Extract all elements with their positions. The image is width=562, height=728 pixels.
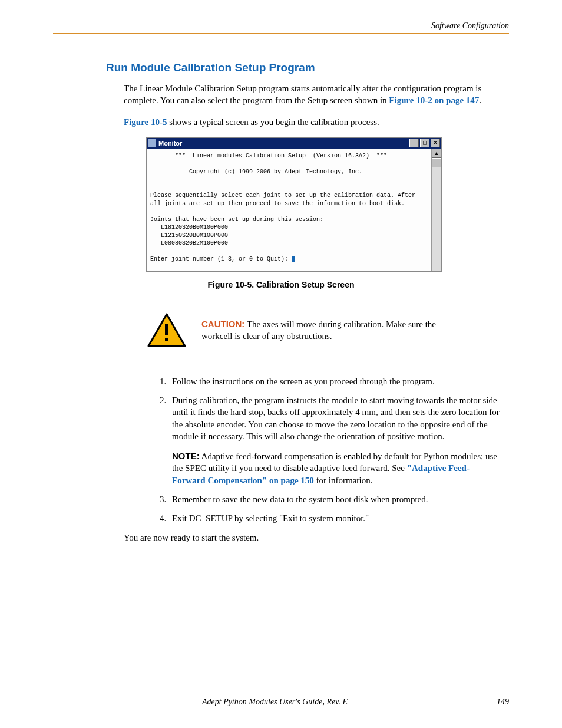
closing-text: You are now ready to start the system. [53,533,509,543]
window-title: Monitor [158,140,409,147]
scroll-up-button[interactable]: ▲ [432,149,441,158]
step-4: Exit DC_SETUP by selecting "Exit to syst… [168,512,500,524]
scrollbar[interactable]: ▲ [431,149,441,271]
figure-10-5: Monitor _ □ × *** Linear modules Calibra… [53,137,509,272]
note-block: NOTE: Adaptive feed-forward compensation… [172,450,500,486]
figure-10-2-link[interactable]: Figure 10-2 on page 147 [389,95,479,105]
svg-rect-2 [165,338,168,341]
note-text-b: for information. [314,476,373,485]
terminal-output: *** Linear modules Calibration Setup (Ve… [147,149,431,271]
step-3: Remember to save the new data to the sys… [168,493,500,505]
maximize-button[interactable]: □ [420,139,429,147]
close-button[interactable]: × [431,139,440,147]
note-label: NOTE: [172,451,200,461]
lead-text: shows a typical screen as you begin the … [167,117,379,127]
procedure-list: Follow the instructions on the screen as… [53,375,509,525]
running-head: Software Configuration [53,21,509,31]
caution-block: CAUTION: The axes will move during calib… [53,313,509,347]
term-line-instr1: Please sequentially select each joint to… [150,192,415,199]
step-1: Follow the instructions on the screen as… [168,375,500,387]
page-footer: Adept Python Modules User's Guide, Rev. … [53,697,509,707]
footer-doc-title: Adept Python Modules User's Guide, Rev. … [202,697,348,707]
terminal-cursor [292,256,295,262]
intro-text-b: . [479,95,481,105]
term-line-prompt: Enter joint number (1-3, or 0 to Quit): [150,256,292,262]
term-line-j2: L12150S20B0M100P000 [150,232,228,239]
term-line-joints: Joints that have been set up during this… [150,216,323,223]
figure-10-5-link[interactable]: Figure 10-5 [124,117,167,127]
term-line-instr2: all joints are set up then proceed to sa… [150,200,405,207]
lead-paragraph: Figure 10-5 shows a typical screen as yo… [124,116,504,128]
app-icon [148,139,156,147]
caution-label: CAUTION: [201,319,244,329]
section-heading: Run Module Calibration Setup Program [53,61,509,74]
warning-triangle-icon [147,313,186,347]
figure-caption: Figure 10-5. Calibration Setup Screen [53,280,509,289]
intro-paragraph: The Linear Module Calibration Setup prog… [124,83,504,107]
term-line-j3: L08080S20B2M100P000 [150,240,228,246]
term-line-header: *** Linear modules Calibration Setup (Ve… [150,153,387,159]
titlebar: Monitor _ □ × [147,138,441,149]
step-2: During calibration, the program instruct… [168,394,500,486]
minimize-button[interactable]: _ [409,139,419,147]
svg-rect-1 [165,324,168,335]
caution-text: CAUTION: The axes will move during calib… [201,318,462,342]
term-line-j1: L18120S20B0M100P000 [150,224,228,230]
scroll-thumb[interactable] [432,158,441,167]
monitor-window: Monitor _ □ × *** Linear modules Calibra… [146,137,442,272]
header-rule [53,33,509,34]
page-number: 149 [497,697,509,707]
term-line-copyright: Copyright (c) 1999-2006 by Adept Technol… [150,169,362,175]
step-2-text: During calibration, the program instruct… [172,396,500,441]
